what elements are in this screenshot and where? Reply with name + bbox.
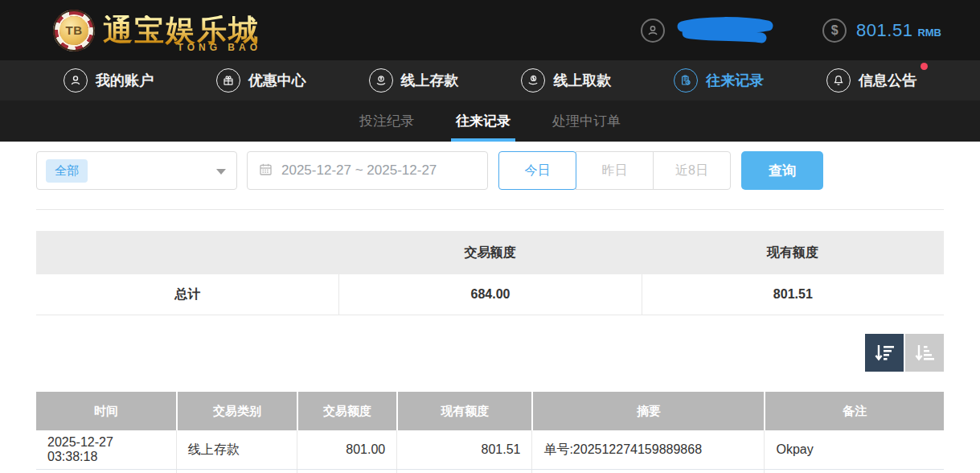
table-row: 2025-12-27 03:38:18 线上存款 801.00 801.51 单… — [36, 430, 944, 470]
chevron-down-icon — [216, 169, 226, 175]
cell-summary: 单号:202512274159889868 — [531, 430, 764, 469]
brand-name-cn: 通宝娱乐城 — [103, 15, 260, 45]
main-content: 全部 2025-12-27 ~ 2025-12-27 今日 昨日 近8日 查询 — [0, 142, 980, 473]
main-navigation: 我的账户 优惠中心 线上存款 — [0, 60, 980, 101]
records-icon — [674, 68, 698, 93]
balance-display: $ 801.51RMB — [822, 19, 941, 43]
deposit-icon — [369, 68, 393, 93]
summary-header-current: 现有额度 — [642, 231, 944, 274]
search-button[interactable]: 查询 — [741, 151, 823, 190]
section-divider — [36, 209, 944, 210]
cell-note: Okpay — [764, 430, 944, 469]
nav-item-deposit[interactable]: 线上存款 — [369, 68, 459, 93]
col-amount: 交易额度 — [297, 392, 396, 430]
col-balance: 现有额度 — [396, 392, 531, 430]
notification-dot — [921, 63, 928, 70]
brand-name-en: TONG BAO — [178, 42, 261, 53]
summary-total-row: 总计 684.00 801.51 — [36, 274, 944, 315]
balance-currency: RMB — [917, 27, 941, 39]
summary-header-empty — [36, 231, 338, 274]
user-account-summary[interactable] — [641, 16, 776, 45]
tab-pending-orders[interactable]: 处理中订单 — [551, 101, 622, 142]
brand-text: 通宝娱乐城 TONG BAO — [103, 15, 264, 45]
table-row-partial — [36, 470, 944, 473]
brand-logo[interactable]: TB 通宝娱乐城 TONG BAO — [53, 10, 264, 51]
summary-header-transaction: 交易额度 — [338, 231, 641, 274]
chip-monogram: TB — [59, 16, 88, 45]
yesterday-button[interactable]: 昨日 — [576, 151, 654, 190]
sort-controls — [36, 334, 944, 372]
quick-date-buttons: 今日 昨日 近8日 — [498, 151, 731, 190]
tab-transaction-records[interactable]: 往来记录 — [454, 101, 512, 142]
summary-total-label: 总计 — [36, 274, 338, 315]
cell-balance: 801.51 — [396, 430, 531, 469]
tab-bet-records[interactable]: 投注纪录 — [358, 101, 416, 142]
summary-header-row: 交易额度 现有额度 — [36, 231, 944, 274]
transaction-type-select[interactable]: 全部 — [36, 151, 237, 190]
summary-table: 交易额度 现有额度 总计 684.00 801.51 — [36, 231, 944, 315]
nav-item-withdraw[interactable]: 线上取款 — [521, 68, 611, 93]
gift-icon — [216, 68, 240, 93]
summary-transaction-amount: 684.00 — [338, 274, 641, 315]
selected-type-tag: 全部 — [46, 159, 88, 183]
nav-item-transaction-records[interactable]: 往来记录 — [674, 68, 764, 93]
records-table: 时间 交易类别 交易额度 现有额度 摘要 备注 2025-12-27 03:38… — [36, 392, 944, 473]
cell-time: 2025-12-27 03:38:18 — [36, 430, 176, 469]
cell-amount: 801.00 — [297, 430, 396, 469]
records-subnav: 投注纪录 往来记录 处理中订单 — [0, 101, 980, 142]
cell-type: 线上存款 — [176, 430, 297, 469]
col-summary: 摘要 — [531, 392, 764, 430]
date-range-input[interactable]: 2025-12-27 ~ 2025-12-27 — [247, 151, 488, 190]
summary-current-amount: 801.51 — [642, 274, 944, 315]
nav-item-promotions[interactable]: 优惠中心 — [216, 68, 306, 93]
bell-icon — [826, 68, 851, 93]
sort-ascending-button[interactable] — [905, 334, 944, 372]
date-range-value: 2025-12-27 ~ 2025-12-27 — [281, 162, 437, 179]
last-8-days-button[interactable]: 近8日 — [653, 151, 731, 190]
sort-descending-button[interactable] — [865, 334, 904, 372]
poker-chip-icon: TB — [53, 10, 95, 51]
records-header-row: 时间 交易类别 交易额度 现有额度 摘要 备注 — [36, 392, 944, 430]
dollar-coin-icon: $ — [822, 19, 847, 43]
calendar-icon — [259, 162, 273, 179]
top-header: TB 通宝娱乐城 TONG BAO $ — [0, 0, 980, 60]
redacted-username — [675, 16, 776, 45]
nav-item-announcements[interactable]: 信息公告 — [826, 68, 916, 93]
nav-item-my-account[interactable]: 我的账户 — [64, 68, 154, 93]
user-icon — [641, 19, 665, 43]
col-time: 时间 — [36, 392, 176, 430]
col-type: 交易类别 — [176, 392, 297, 430]
today-button[interactable]: 今日 — [498, 151, 576, 190]
user-icon — [64, 68, 88, 93]
filter-bar: 全部 2025-12-27 ~ 2025-12-27 今日 昨日 近8日 查询 — [36, 151, 944, 190]
withdraw-icon — [521, 68, 545, 93]
col-note: 备注 — [764, 392, 944, 430]
balance-amount: 801.51 — [856, 20, 912, 40]
